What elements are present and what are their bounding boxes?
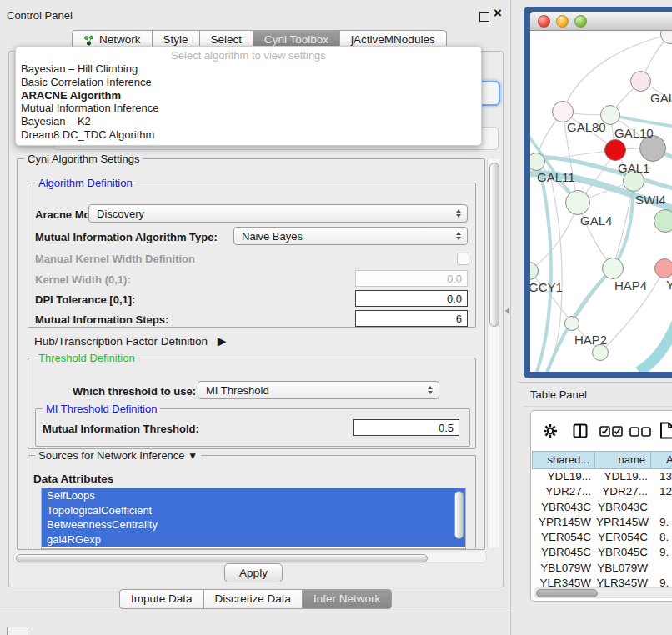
bottom-tabbar: Impute Data Discretize Data Infer Networ… bbox=[119, 589, 392, 609]
mi-steps-field[interactable]: 6 bbox=[355, 310, 468, 327]
network-node[interactable] bbox=[654, 209, 672, 232]
zoom-traffic-light-icon[interactable] bbox=[574, 15, 587, 28]
attribute-item[interactable]: BetweennessCentrality bbox=[42, 518, 465, 532]
table-row[interactable]: YPR145WYPR145W9. bbox=[533, 515, 672, 530]
column-header-name[interactable]: name bbox=[594, 451, 651, 469]
mi-steps-label: Mutual Information Steps: bbox=[35, 313, 168, 326]
node-label: GAL4 bbox=[580, 213, 612, 228]
algorithm-option[interactable]: Mutual Information Inference bbox=[16, 102, 481, 115]
close-icon[interactable]: × bbox=[494, 5, 502, 22]
apply-button[interactable]: Apply bbox=[224, 563, 283, 582]
kernel-width-field[interactable]: 0.0 bbox=[355, 270, 468, 287]
mi-threshold-group-title: MI Threshold Definition bbox=[43, 402, 160, 415]
sources-group: Sources for Network Inference ▼ Data Att… bbox=[28, 455, 476, 549]
network-node-gal1[interactable] bbox=[604, 139, 626, 161]
table-row[interactable]: YBL079WYBL079W bbox=[533, 561, 672, 576]
settings-scrollbar-thumb[interactable] bbox=[489, 162, 499, 327]
network-node[interactable] bbox=[654, 258, 672, 278]
tab-discretize-data[interactable]: Discretize Data bbox=[203, 589, 303, 609]
table-row[interactable]: YDR27...YDR27...12 bbox=[533, 484, 672, 499]
algorithm-option[interactable]: Basic Correlation Inference bbox=[16, 76, 481, 89]
table-panel: shared... name A YDL19...YDL19...13 YDR2… bbox=[530, 410, 672, 602]
column-header-shared[interactable]: shared... bbox=[532, 451, 595, 469]
application-window: Control Panel × Network Style Select Cyn… bbox=[0, 0, 672, 635]
network-node[interactable] bbox=[592, 344, 609, 361]
float-window-icon[interactable] bbox=[479, 12, 489, 22]
table-hscrollbar-thumb[interactable] bbox=[536, 589, 598, 598]
network-node[interactable] bbox=[630, 71, 651, 92]
columns-icon[interactable] bbox=[573, 423, 588, 438]
checked-boxes-icon[interactable] bbox=[599, 426, 623, 437]
algorithm-option[interactable]: Bayesian – Hill Climbing bbox=[16, 62, 481, 76]
network-window-titlebar[interactable] bbox=[530, 12, 672, 31]
table-panel-divider2 bbox=[524, 406, 672, 407]
node-label: GAL bbox=[650, 91, 672, 105]
node-label: GAL11 bbox=[537, 170, 575, 184]
mi-type-label: Mutual Information Algorithm Type: bbox=[35, 231, 218, 243]
node-label: Y bbox=[666, 278, 672, 292]
mi-threshold-field[interactable]: 0.5 bbox=[353, 419, 459, 436]
table-row[interactable]: YBR045CYBR045C9. bbox=[533, 545, 672, 560]
data-attributes-list: SelfLoops TopologicalCoefficient Between… bbox=[41, 488, 466, 549]
table-row[interactable]: YDL19...YDL19...13 bbox=[533, 469, 672, 484]
algorithm-option[interactable]: Dream8 DC_TDC Algorithm bbox=[16, 128, 481, 142]
unchecked-boxes-icon[interactable] bbox=[629, 427, 651, 437]
minimize-traffic-light-icon[interactable] bbox=[556, 15, 569, 28]
minimized-panel-icon[interactable] bbox=[7, 627, 28, 635]
network-node-hap4[interactable] bbox=[602, 258, 624, 279]
sources-group-title: Sources for Network Inference ▼ bbox=[35, 449, 201, 462]
splitter-collapse-icon[interactable] bbox=[505, 308, 509, 314]
settings-scrollbar-track[interactable] bbox=[487, 159, 499, 548]
network-node-hap2[interactable] bbox=[564, 316, 579, 331]
which-threshold-label: Which threshold to use: bbox=[73, 385, 196, 398]
hub-definition-toggle[interactable]: Hub/Transcription Factor Definition ▶ bbox=[34, 334, 227, 348]
node-label: GAL1 bbox=[618, 161, 649, 175]
table-body: YDL19...YDL19...13 YDR27...YDR27...12 YB… bbox=[533, 469, 672, 596]
node-label: SWI4 bbox=[635, 192, 666, 207]
node-label: GAL80 bbox=[567, 120, 606, 134]
column-header-3[interactable]: A bbox=[650, 451, 672, 469]
gear-icon[interactable] bbox=[543, 423, 558, 438]
node-label: GCY1 bbox=[530, 280, 563, 294]
attribute-item[interactable]: TopologicalCoefficient bbox=[42, 503, 465, 518]
list-scrollbar-thumb[interactable] bbox=[454, 491, 464, 539]
node-label: HAP2 bbox=[574, 332, 607, 347]
collapse-down-icon[interactable]: ▼ bbox=[188, 450, 198, 462]
settings-hscrollbar-track[interactable] bbox=[13, 552, 487, 563]
tab-impute-data[interactable]: Impute Data bbox=[119, 589, 204, 609]
manual-kernel-checkbox[interactable] bbox=[457, 252, 469, 265]
dpi-tolerance-label: DPI Tolerance [0,1]: bbox=[35, 293, 135, 306]
mi-type-select[interactable]: Naive Bayes bbox=[233, 227, 468, 245]
algorithm-definition-group: Algorithm Definition Aracne Mode: Discov… bbox=[28, 182, 476, 328]
cyni-algorithm-settings-group: Cyni Algorithm Settings Algorithm Defini… bbox=[17, 158, 485, 550]
control-panel-title: Control Panel bbox=[7, 9, 73, 22]
settings-hscrollbar-thumb[interactable] bbox=[16, 554, 428, 562]
table-hscrollbar-track[interactable] bbox=[534, 588, 672, 598]
threshold-definition-group: Threshold Definition Which threshold to … bbox=[28, 358, 476, 449]
which-threshold-select[interactable]: MI Threshold bbox=[198, 381, 439, 399]
threshold-definition-title: Threshold Definition bbox=[35, 352, 138, 364]
stepper-arrows-icon bbox=[456, 209, 461, 218]
dpi-tolerance-field[interactable]: 0.0 bbox=[355, 290, 468, 307]
expand-right-icon[interactable]: ▶ bbox=[218, 334, 227, 348]
tab-infer-network[interactable]: Infer Network bbox=[302, 589, 392, 609]
attribute-item[interactable]: SelfLoops bbox=[42, 488, 465, 503]
settings-group-title: Cyni Algorithm Settings bbox=[24, 152, 143, 165]
panel-bottom-divider bbox=[0, 612, 510, 612]
stepper-arrows-icon bbox=[428, 386, 433, 394]
table-row[interactable]: YBR043CYBR043C bbox=[533, 500, 672, 515]
table-row[interactable]: YER054CYER054C8. bbox=[533, 530, 672, 545]
network-node-gal4[interactable] bbox=[565, 190, 590, 215]
algorithm-definition-title: Algorithm Definition bbox=[35, 177, 136, 189]
aracne-mode-select[interactable]: Discovery bbox=[88, 204, 468, 222]
close-traffic-light-icon[interactable] bbox=[538, 15, 550, 28]
panel-splitter[interactable] bbox=[510, 0, 511, 635]
data-attributes-label: Data Attributes bbox=[33, 472, 113, 485]
algorithm-option[interactable]: Bayesian – K2 bbox=[16, 115, 481, 128]
algorithm-option-selected[interactable]: ARACNE Algorithm bbox=[16, 89, 481, 102]
network-canvas[interactable]: GAL GAL80 GAL10 GAL1 SWI4 GAL11 GAL4 GCY… bbox=[530, 31, 672, 372]
kernel-width-label: Kernel Width (0,1): bbox=[35, 273, 131, 286]
table-panel-divider bbox=[517, 382, 672, 382]
file-icon[interactable] bbox=[659, 422, 672, 439]
attribute-item[interactable]: gal4RGexp bbox=[42, 532, 465, 548]
